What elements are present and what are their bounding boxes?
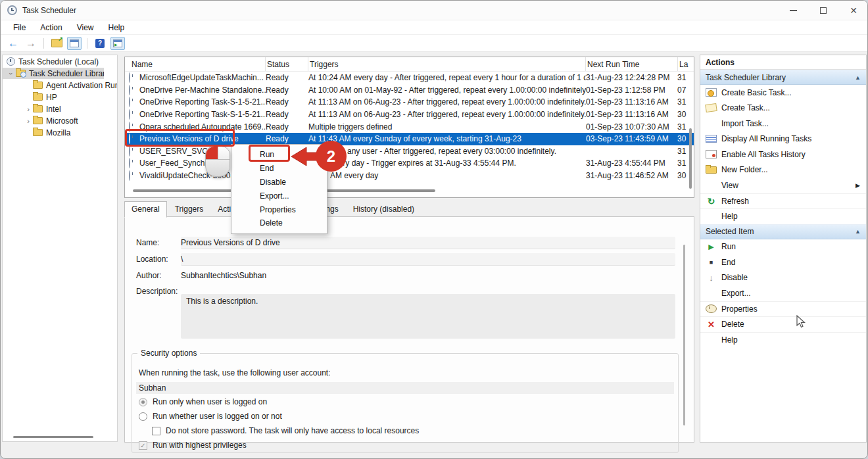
- action-label: Run: [721, 242, 866, 251]
- table-row[interactable]: OneDrive Per-Machine Standalone...ReadyA…: [125, 84, 694, 97]
- context-menu-item-properties[interactable]: Properties: [231, 203, 327, 216]
- tree-item-agent-activation-runt[interactable]: Agent Activation Runt: [3, 80, 117, 91]
- tab-triggers[interactable]: Triggers: [168, 202, 210, 217]
- tree-horizontal-scrollbar[interactable]: [13, 436, 93, 438]
- table-row[interactable]: OneDrive Reporting Task-S-1-5-21...Ready…: [125, 109, 694, 121]
- context-menu-item-disable[interactable]: Disable: [231, 176, 327, 189]
- cell-next-run-time: 01-Sep-23 1:12:58 PM: [586, 85, 677, 95]
- tree-item-mozilla[interactable]: Mozilla: [3, 127, 117, 138]
- tab-history-disabled[interactable]: History (disabled): [347, 202, 421, 217]
- action-label: Disable: [721, 273, 866, 282]
- section-header-task-scheduler-library[interactable]: Task Scheduler Library▲: [700, 70, 866, 85]
- console-tree-pane: Task Scheduler (Local) › Task Scheduler …: [2, 55, 118, 442]
- radio-run-logged-on[interactable]: Run only when user is logged on: [139, 397, 267, 406]
- menu-bar: FileActionViewHelp: [1, 20, 868, 35]
- cell-triggers: any user - After triggered, repeat every…: [308, 147, 586, 156]
- menu-action[interactable]: Action: [34, 22, 68, 34]
- history-icon: [706, 150, 717, 158]
- context-menu-item-export[interactable]: Export...: [231, 189, 327, 203]
- list-vertical-scrollbar[interactable]: [689, 128, 692, 189]
- disable-icon: [706, 273, 717, 283]
- action-disable[interactable]: Disable: [700, 270, 866, 286]
- name-value: Previous Versions of D drive: [181, 238, 280, 247]
- chevron-expanded-icon[interactable]: ›: [7, 69, 15, 78]
- description-value[interactable]: This is a description.: [181, 294, 675, 339]
- table-row[interactable]: OneDrive Reporting Task-S-1-5-21...Ready…: [125, 96, 694, 109]
- library-folder-icon: [16, 70, 26, 77]
- tree-item-hp[interactable]: HP: [3, 91, 117, 103]
- cell-triggers: every day - Trigger expires at 31-Aug-33…: [308, 158, 586, 168]
- column-header-la[interactable]: La: [678, 57, 694, 71]
- action-end[interactable]: End: [700, 254, 866, 270]
- export-folder-icon[interactable]: [49, 37, 64, 50]
- table-row[interactable]: MicrosoftEdgeUpdateTaskMachin...ReadyAt …: [125, 72, 694, 84]
- task-clock-icon: [129, 110, 139, 119]
- action-label: Help: [721, 335, 866, 345]
- column-header-next-run-time[interactable]: Next Run Time: [586, 57, 678, 71]
- cell-triggers: At 11:13 AM on 06-Aug-23 - After trigger…: [308, 97, 586, 107]
- forward-icon[interactable]: [24, 37, 38, 50]
- radio-selected-icon: [139, 398, 147, 406]
- back-icon[interactable]: [6, 37, 20, 50]
- collapse-arrow-icon[interactable]: ▲: [855, 74, 861, 81]
- action-create-task[interactable]: Create Task...: [700, 101, 866, 116]
- cell-name: OneDrive Per-Machine Standalone...: [139, 85, 266, 95]
- tree-item-task-scheduler-library[interactable]: › Task Scheduler Library: [3, 68, 104, 79]
- action-import-task[interactable]: Import Task...: [700, 116, 866, 132]
- context-menu-item-delete[interactable]: Delete: [231, 216, 327, 230]
- action-pane-icon[interactable]: [110, 37, 125, 50]
- radio-run-logged-on-or-not[interactable]: Run whether user is logged on or not: [139, 412, 282, 421]
- action-new-folder[interactable]: New Folder...: [700, 162, 866, 178]
- action-help[interactable]: Help: [700, 208, 866, 224]
- action-view[interactable]: View▶: [700, 178, 866, 193]
- cell-next-run-time: 03-Sep-23 11:43:59 AM: [586, 134, 677, 143]
- action-delete[interactable]: Delete: [700, 316, 866, 332]
- security-options-group: Security options When running the task, …: [132, 353, 679, 453]
- action-create-basic-task[interactable]: Create Basic Task...: [700, 85, 866, 101]
- checkbox-highest-privileges[interactable]: Run with highest privileges: [139, 441, 247, 450]
- checkbox-no-password[interactable]: Do not store password. The task will onl…: [152, 426, 419, 435]
- action-run[interactable]: Run: [700, 239, 866, 255]
- actions-pane-title: Actions: [700, 55, 866, 70]
- action-label: Enable All Tasks History: [721, 150, 866, 159]
- window-title: Task Scheduler: [22, 6, 76, 15]
- refresh-icon: [706, 196, 717, 206]
- tab-general[interactable]: General: [124, 201, 167, 218]
- action-refresh[interactable]: Refresh: [700, 193, 866, 209]
- tree-item-intel[interactable]: ›Intel: [3, 103, 117, 114]
- minimize-icon[interactable]: [778, 1, 808, 20]
- cell-triggers: At 11:13 AM on 06-Aug-23 - After trigger…: [308, 110, 586, 119]
- chevron-right-icon[interactable]: ›: [24, 105, 33, 113]
- tree-root-task-scheduler-local[interactable]: Task Scheduler (Local): [3, 56, 117, 67]
- cell-status: Ready: [266, 134, 308, 143]
- menu-help[interactable]: Help: [103, 22, 131, 34]
- chevron-right-icon[interactable]: ›: [24, 117, 33, 125]
- title-bar: Task Scheduler ✕: [1, 1, 868, 20]
- cell-last-run: 31: [677, 73, 694, 82]
- toolbar: [1, 35, 868, 52]
- action-display-all-running-tasks[interactable]: Display All Running Tasks: [700, 132, 866, 147]
- action-properties[interactable]: Properties: [700, 301, 866, 317]
- menu-view[interactable]: View: [71, 22, 100, 34]
- menu-file[interactable]: File: [7, 22, 32, 34]
- collapse-arrow-icon[interactable]: ▲: [855, 228, 861, 235]
- console-tree-icon[interactable]: [67, 37, 82, 50]
- maximize-icon[interactable]: [808, 1, 838, 20]
- column-header-name[interactable]: Name: [130, 57, 266, 71]
- toolbar-help-icon[interactable]: [93, 37, 107, 50]
- cell-last-run: 31: [677, 97, 694, 107]
- action-enable-all-tasks-history[interactable]: Enable All Tasks History: [700, 147, 866, 162]
- cell-triggers: Multiple triggers defined: [308, 122, 586, 132]
- details-vertical-scrollbar[interactable]: [683, 245, 685, 425]
- annotation-step-badge: 2: [316, 141, 347, 172]
- close-icon[interactable]: ✕: [838, 1, 868, 20]
- tree-item-microsoft[interactable]: ›Microsoft: [3, 115, 117, 126]
- app-clock-icon: [7, 5, 17, 15]
- column-header-status[interactable]: Status: [266, 57, 308, 71]
- action-export[interactable]: Export...: [700, 285, 866, 301]
- column-header-triggers[interactable]: Triggers: [308, 57, 586, 71]
- action-help[interactable]: Help: [700, 332, 866, 348]
- action-label: Help: [721, 212, 866, 221]
- section-header-selected-item[interactable]: Selected Item▲: [700, 224, 866, 239]
- end-icon: [706, 259, 717, 266]
